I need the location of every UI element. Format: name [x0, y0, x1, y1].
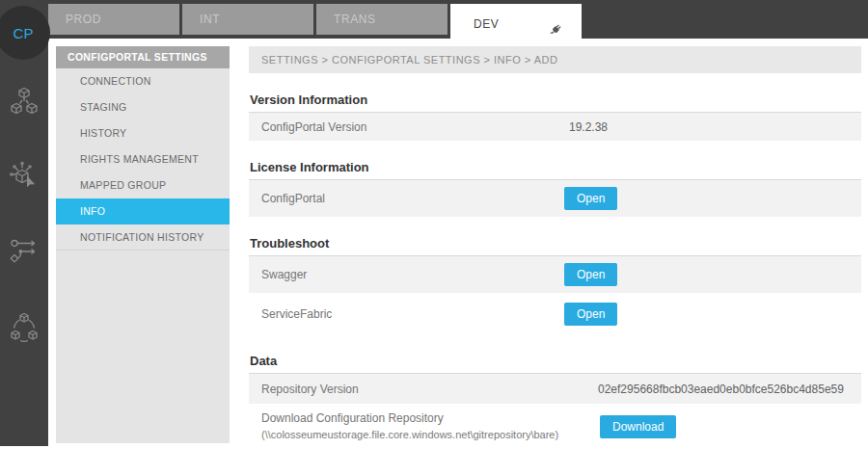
sidebar-item-info[interactable]: INFO	[56, 198, 230, 224]
row-servicefabric: ServiceFabric Open	[249, 293, 861, 334]
breadcrumb: SETTINGS > CONFIGPORTAL SETTINGS > INFO …	[249, 46, 861, 73]
download-button[interactable]: Download	[600, 415, 676, 438]
row-repository-version: Repository Version 02ef295668fbcb03eaed0…	[249, 374, 861, 404]
section-title-data: Data	[249, 354, 861, 374]
row-label: Swagger	[261, 268, 307, 281]
left-icon-rail: CP	[0, 0, 48, 446]
row-configportal-license: ConfigPortal Open	[249, 180, 861, 217]
section-title-troubleshoot: Troubleshoot	[249, 236, 861, 256]
cluster-sync-icon[interactable]	[8, 310, 41, 343]
row-label: ServiceFabric	[261, 307, 332, 321]
avatar-initials: CP	[14, 25, 34, 41]
settings-sidebar: CONFIGPORTAL SETTINGS CONNECTION STAGING…	[56, 46, 230, 443]
tab-prod[interactable]: PROD	[48, 4, 179, 35]
download-repository-label: Download Configuration Repository (\\col…	[261, 410, 558, 442]
sidebar-item-rights-management[interactable]: RIGHTS MANAGEMENT	[56, 146, 230, 172]
sidebar-header: CONFIGPORTAL SETTINGS	[56, 46, 230, 68]
plug-icon	[548, 15, 564, 32]
tab-dev-label: DEV	[474, 6, 499, 42]
row-label: Repository Version	[261, 383, 359, 396]
section-title-version-information: Version Information	[249, 92, 861, 113]
repository-version-value: 02ef295668fbcb03eaed0eb0bfce526bc4d85e59	[598, 383, 844, 396]
sidebar-item-history[interactable]: HISTORY	[56, 120, 230, 146]
rail-icon-group	[0, 85, 48, 343]
workflow-icon[interactable]	[8, 235, 41, 268]
main-content: SETTINGS > CONFIGPORTAL SETTINGS > INFO …	[249, 46, 861, 449]
open-license-button[interactable]: Open	[564, 187, 617, 210]
packages-icon[interactable]	[8, 85, 41, 118]
section-title-license-information: License Information	[249, 160, 861, 180]
repository-path: (\\colosseumeustorage.file.core.windows.…	[261, 428, 558, 443]
sidebar-item-notification-history[interactable]: NOTIFICATION HISTORY	[56, 224, 230, 251]
environment-tab-bar: PROD INT TRANS DEV	[0, 0, 868, 39]
configure-touch-icon[interactable]	[8, 160, 41, 193]
sidebar-item-staging[interactable]: STAGING	[56, 94, 230, 120]
user-avatar[interactable]: CP	[0, 6, 50, 60]
tab-trans[interactable]: TRANS	[316, 4, 448, 35]
open-servicefabric-button[interactable]: Open	[564, 303, 617, 326]
row-label: Download Configuration Repository	[261, 410, 558, 427]
row-configportal-version: ConfigPortal Version 19.2.38	[249, 113, 861, 141]
sidebar-item-mapped-group[interactable]: MAPPED GROUP	[56, 172, 230, 198]
tab-int[interactable]: INT	[182, 4, 313, 35]
row-label: ConfigPortal	[261, 192, 325, 205]
row-label: ConfigPortal Version	[261, 120, 366, 134]
configportal-version-value: 19.2.38	[569, 120, 608, 134]
open-swagger-button[interactable]: Open	[564, 263, 617, 286]
app-window: PROD INT TRANS DEV	[0, 0, 868, 449]
tab-dev[interactable]: DEV	[450, 4, 582, 43]
tabs: PROD INT TRANS DEV	[48, 4, 582, 43]
row-swagger: Swagger Open	[249, 256, 861, 293]
row-download-repository: Download Configuration Repository (\\col…	[249, 404, 861, 449]
sidebar-item-connection[interactable]: CONNECTION	[56, 68, 230, 94]
